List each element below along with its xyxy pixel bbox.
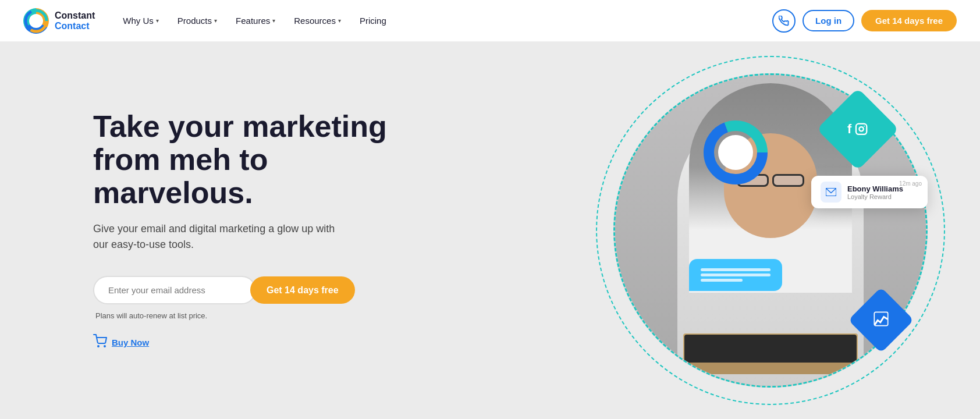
svg-point-4	[98, 346, 99, 347]
facebook-icon: f	[847, 122, 851, 137]
get-free-trial-button-nav[interactable]: Get 14 days free	[861, 10, 957, 31]
email-notification-card: Ebony Williams Loyalty Reward 12m ago	[811, 176, 928, 208]
svg-point-3	[29, 14, 43, 28]
email-card-envelope-icon	[821, 182, 841, 203]
chat-line-3	[701, 279, 743, 282]
nav-links: Why Us ▾ Products ▾ Features ▾ Resources…	[123, 13, 386, 28]
logo[interactable]: Constant Contact	[23, 8, 95, 34]
svg-rect-9	[856, 124, 867, 134]
chevron-down-icon: ▾	[272, 17, 275, 24]
hero-subtitle: Give your email and digital marketing a …	[93, 221, 338, 253]
laptop-base	[672, 363, 869, 374]
hero-form: Get 14 days free	[93, 276, 419, 304]
logo-icon	[23, 8, 49, 34]
nav-item-resources[interactable]: Resources ▾	[294, 13, 341, 28]
donut-chart-widget	[701, 118, 770, 190]
nav-item-products[interactable]: Products ▾	[177, 13, 217, 28]
cart-icon	[93, 334, 107, 351]
nav-item-whyus[interactable]: Why Us ▾	[123, 13, 159, 28]
chat-line-2	[701, 274, 770, 276]
analytics-icon	[873, 311, 889, 329]
svg-point-8	[718, 135, 753, 170]
hero-content: Take your marketing from meh to marvelou…	[93, 110, 419, 351]
chevron-down-icon: ▾	[214, 17, 217, 24]
social-icons: f	[847, 122, 868, 137]
hero-section: Take your marketing from meh to marvelou…	[0, 42, 980, 419]
chevron-down-icon: ▾	[338, 17, 341, 24]
email-input[interactable]	[93, 276, 256, 304]
hero-visual: f Ebony Williams Loyalty Reward 12m	[561, 42, 980, 419]
email-card-time: 12m ago	[899, 180, 922, 187]
email-card-name: Ebony Williams	[847, 184, 903, 193]
buy-now-text: Buy Now	[112, 338, 149, 347]
navbar: Constant Contact Why Us ▾ Products ▾ Fea…	[0, 0, 980, 42]
svg-point-5	[104, 346, 105, 347]
hero-title: Take your marketing from meh to marvelou…	[93, 110, 419, 210]
phone-icon	[779, 16, 789, 26]
login-button[interactable]: Log in	[803, 10, 854, 31]
nav-item-pricing[interactable]: Pricing	[360, 13, 386, 28]
navbar-left: Constant Contact Why Us ▾ Products ▾ Fea…	[23, 8, 386, 34]
svg-point-10	[860, 127, 864, 131]
email-card-text: Ebony Williams Loyalty Reward	[847, 184, 903, 200]
navbar-right: Log in Get 14 days free	[772, 9, 957, 33]
buy-now-link[interactable]: Buy Now	[93, 334, 419, 351]
chevron-down-icon: ▾	[156, 17, 159, 24]
logo-name-line1: Constant	[55, 10, 95, 21]
nav-item-features[interactable]: Features ▾	[236, 13, 275, 28]
svg-point-11	[864, 126, 865, 127]
chat-line-1	[701, 268, 770, 271]
get-free-trial-button-hero[interactable]: Get 14 days free	[250, 276, 355, 304]
instagram-icon	[855, 123, 868, 136]
auto-renew-text: Plans will auto-renew at list price.	[95, 311, 419, 320]
chat-bubble	[689, 259, 782, 291]
logo-name-line2: Contact	[55, 21, 95, 31]
donut-chart-svg	[701, 118, 770, 187]
email-card-tag: Loyalty Reward	[847, 193, 903, 200]
phone-button[interactable]	[772, 9, 796, 33]
logo-text: Constant Contact	[55, 10, 95, 31]
logo-svg	[23, 8, 49, 34]
